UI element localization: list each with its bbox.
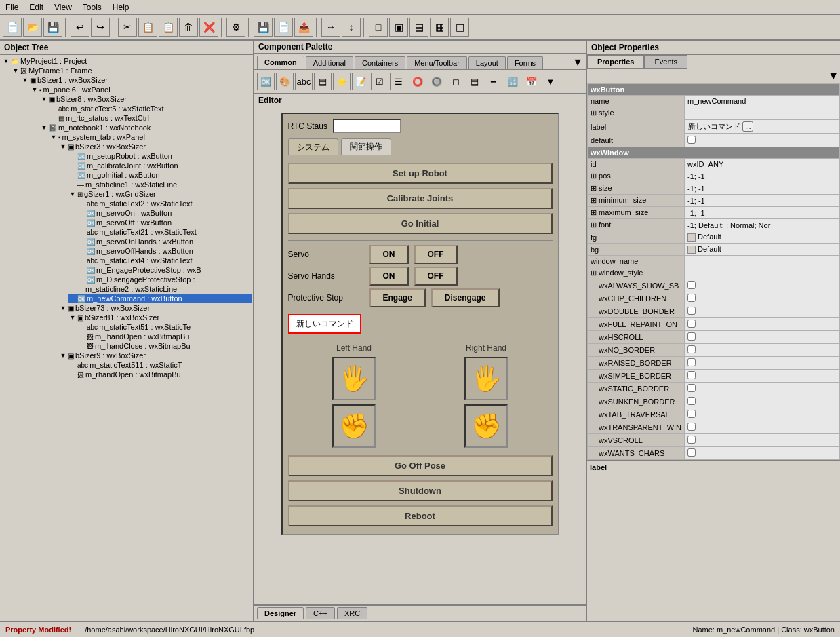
tree-toggle-icon[interactable]: ▼ (68, 191, 77, 197)
palette-tab-layout[interactable]: Layout (468, 56, 506, 69)
toolbar-layout2[interactable]: ▣ (389, 18, 408, 37)
tree-item[interactable]: ▤m_rtc_status : wxTextCtrl (49, 113, 252, 123)
toolbar-save2[interactable]: 💾 (254, 18, 273, 37)
servo-hands-on-button[interactable]: ON (369, 267, 409, 286)
go-off-pose-button[interactable]: Go Off Pose (288, 455, 553, 476)
tree-item[interactable]: abcm_staticText2 : wxStaticText (77, 199, 252, 208)
toolbar-layout3[interactable]: ▤ (409, 18, 428, 37)
palette-icon-richtext[interactable]: 📝 (352, 73, 369, 90)
props-checkbox-winstyle-wxHSCROLL[interactable] (687, 332, 696, 341)
props-checkbox-winstyle-wxRAISED_BORDER[interactable] (687, 358, 696, 366)
toolbar-delete[interactable]: 🗑 (179, 18, 198, 37)
tree-item[interactable]: ▼▣bSizer81 : wxBoxSizer (68, 313, 252, 322)
toolbar-layout1[interactable]: □ (369, 18, 388, 37)
servo-hands-off-button[interactable]: OFF (414, 267, 458, 286)
tree-item[interactable]: ▼▣bSizer8 : wxBoxSizer (39, 94, 252, 104)
expand-icon[interactable]: ⊞ (591, 172, 597, 180)
toolbar-cut[interactable]: ✂ (118, 18, 137, 37)
toolbar-layout4[interactable]: ▦ (430, 18, 449, 37)
right-hand-open-img[interactable]: 🖐 (464, 357, 508, 400)
tree-item[interactable]: abcm_staticText21 : wxStaticText (77, 227, 252, 237)
props-checkbox-winstyle-wxFULL_REPAINT_ON_[interactable] (687, 320, 696, 328)
props-value-style[interactable] (685, 107, 840, 119)
rtc-status-input[interactable] (333, 119, 401, 133)
palette-icon-datepicker[interactable]: 📅 (523, 73, 540, 90)
tree-toggle-icon[interactable]: ▼ (39, 96, 49, 102)
tree-toggle-icon[interactable]: ▼ (20, 77, 30, 83)
palette-icon-slider[interactable]: ━ (485, 73, 502, 90)
props-checkbox-winstyle-wxTRANSPARENT_WIN[interactable] (687, 423, 696, 431)
tree-item[interactable]: ▼▣bSizer3 : wxBoxSizer (58, 142, 252, 151)
tab-events[interactable]: Events (644, 55, 687, 69)
props-checkbox-winstyle-wxCLIP_CHILDREN[interactable] (687, 294, 696, 302)
props-checkbox-winstyle-wxSUNKEN_BORDER[interactable] (687, 397, 696, 405)
palette-expand-icon[interactable]: ▼ (572, 56, 583, 69)
palette-icon-statictext[interactable]: abc (295, 73, 313, 90)
expand-icon[interactable]: ⊞ (591, 196, 597, 204)
right-hand-close-img[interactable]: ✊ (464, 404, 508, 448)
props-value-font[interactable]: -1; Default; ; Normal; Nor (685, 219, 840, 231)
tab-joint-operation[interactable]: 関節操作 (341, 138, 391, 155)
props-value-name[interactable]: m_newCommand (685, 96, 840, 107)
menu-file[interactable]: File (0, 1, 24, 14)
tree-item[interactable]: abcm_staticText4 : wxStaticText (77, 256, 252, 265)
toolbar-new[interactable]: 📄 (3, 18, 22, 37)
expand-icon[interactable]: ⊞ (591, 109, 597, 117)
toolbar-gen1[interactable]: 📄 (274, 18, 293, 37)
tree-item[interactable]: ▼⊞gSizer1 : wxGridSizer (68, 189, 252, 199)
palette-icon-staticbitmap[interactable]: ⭐ (333, 73, 351, 90)
tree-item[interactable]: abcm_staticText511 : wxStaticT (68, 360, 252, 370)
left-hand-open-img[interactable]: 🖐 (332, 357, 376, 400)
props-checkbox-winstyle-wxWANTS_CHARS[interactable] (687, 448, 696, 457)
tree-item[interactable]: —m_staticline2 : wxStaticLine (68, 284, 252, 294)
reboot-button[interactable]: Reboot (288, 505, 553, 526)
toolbar-save[interactable]: 💾 (43, 18, 62, 37)
props-checkbox-winstyle-wxVSCROLL[interactable] (687, 436, 696, 444)
toolbar-settings[interactable]: ⚙ (226, 18, 245, 37)
tree-item[interactable]: 🆗m_servoOnHands : wxButton (77, 237, 252, 246)
tab-cpp[interactable]: C++ (306, 607, 335, 619)
palette-icon-scrollbar[interactable]: ▼ (542, 73, 559, 90)
props-value-maximum_size[interactable]: -1; -1 (685, 207, 840, 219)
props-checkbox-winstyle-wxSIMPLE_BORDER[interactable] (687, 371, 696, 379)
toolbar-align1[interactable]: ↔ (321, 18, 340, 37)
tab-designer[interactable]: Designer (257, 607, 304, 619)
tree-item[interactable]: ▼▣bSizer9 : wxBoxSizer (58, 351, 252, 360)
tree-item[interactable]: ▼▪m_panel6 : wxPanel (30, 85, 252, 94)
props-value-window_name[interactable] (685, 256, 840, 267)
palette-icon-spinctrl[interactable]: 🔢 (504, 73, 521, 90)
disengage-button[interactable]: Disengage (431, 288, 500, 307)
servo-off-button[interactable]: OFF (414, 245, 458, 264)
props-checkbox-default[interactable] (687, 136, 696, 144)
menu-view[interactable]: View (49, 1, 77, 14)
palette-tab-menutoolbar[interactable]: Menu/Toolbar (407, 56, 467, 69)
palette-icon-radiobutton[interactable]: ⭕ (409, 73, 426, 90)
tree-item[interactable]: 🆗m_calibrateJoint : wxButton (68, 161, 252, 170)
palette-icon-bitmapbutton[interactable]: 🎨 (276, 73, 294, 90)
shutdown-button[interactable]: Shutdown (288, 480, 553, 501)
tree-item[interactable]: ▼▪m_system_tab : wxPanel (49, 132, 252, 142)
tree-item[interactable]: 🆗m_servoOff : wxButton (77, 218, 252, 227)
tree-toggle-icon[interactable]: ▼ (68, 314, 77, 321)
tree-toggle-icon[interactable]: ▼ (1, 58, 11, 64)
toolbar-copy[interactable]: 📋 (138, 18, 157, 37)
tree-item[interactable]: 🆗m_servoOffHands : wxButton (77, 246, 252, 256)
props-edit-button[interactable]: ... (742, 121, 753, 132)
tree-item[interactable]: 🆗m_servoOn : wxButton (77, 208, 252, 218)
tree-item[interactable]: 🖼m_lhandOpen : wxBitmapBu (77, 332, 252, 341)
toolbar-cancel[interactable]: ❌ (199, 18, 218, 37)
tree-item[interactable]: ▼▣bSizer1 : wxBoxSizer (20, 75, 252, 85)
tree-toggle-icon[interactable]: ▼ (58, 305, 68, 311)
tree-toggle-icon[interactable]: ▼ (58, 143, 68, 150)
toolbar-redo[interactable]: ↪ (91, 18, 110, 37)
menu-help[interactable]: Help (107, 1, 135, 14)
new-command-button[interactable]: 新しいコマンド (288, 314, 361, 334)
tree-item[interactable]: 🆗m_setupRobot : wxButton (68, 151, 252, 161)
expand-icon[interactable]: ⊞ (591, 220, 597, 229)
props-expand-icon[interactable]: ▼ (828, 70, 839, 82)
menu-edit[interactable]: Edit (24, 1, 49, 14)
tree-item[interactable]: 🆗m_goInitial : wxButton (68, 170, 252, 180)
palette-icon-textctrl[interactable]: ▤ (314, 73, 332, 90)
expand-icon[interactable]: ⊞ (591, 184, 597, 192)
palette-tab-common[interactable]: Common (257, 56, 304, 69)
